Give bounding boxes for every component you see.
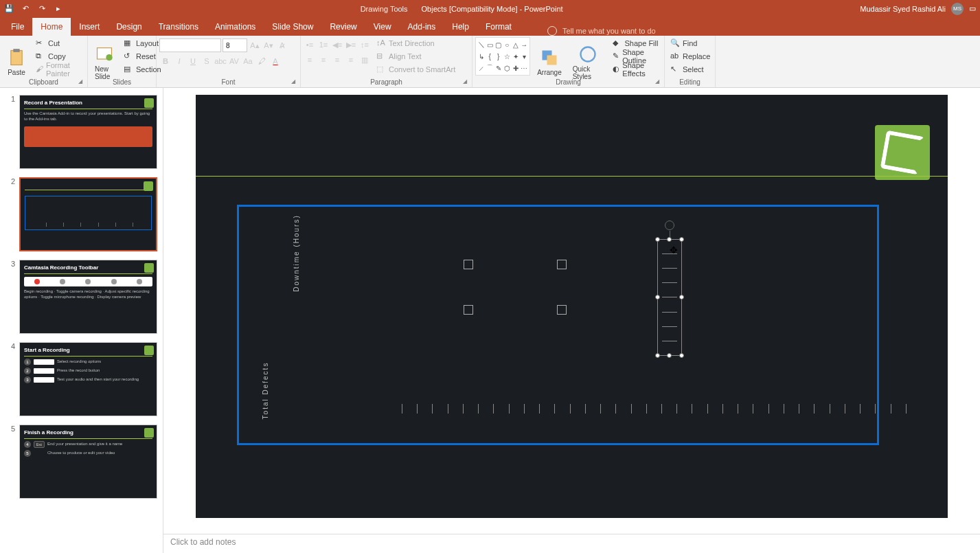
char-spacing-icon[interactable]: AV bbox=[228, 55, 240, 67]
shape-line-icon[interactable]: ＼ bbox=[477, 39, 486, 50]
tab-insert[interactable]: Insert bbox=[71, 18, 108, 36]
increase-indent-icon[interactable]: ▶≡ bbox=[345, 38, 357, 51]
select-button[interactable]: ↖Select bbox=[668, 63, 713, 76]
slide-thumbnail-4[interactable]: Start a Recording 1Select recording opti… bbox=[19, 342, 157, 416]
cut-button[interactable]: ✂Cut bbox=[33, 37, 84, 49]
shape-rect-icon[interactable]: ▭ bbox=[486, 39, 494, 50]
find-label: Find bbox=[683, 39, 697, 47]
shape-expand-icon[interactable]: ⋯ bbox=[521, 63, 529, 74]
shape-hexagon-icon[interactable]: ⬡ bbox=[503, 63, 512, 74]
reset-label: Reset bbox=[136, 52, 156, 60]
drawing-launcher-icon[interactable]: ◢ bbox=[655, 78, 662, 85]
selected-shape[interactable] bbox=[657, 239, 682, 356]
x-axis-ticks bbox=[402, 404, 907, 418]
resize-handle[interactable] bbox=[679, 295, 684, 300]
tab-help[interactable]: Help bbox=[444, 18, 477, 36]
shape-plus-icon[interactable]: ✚ bbox=[512, 63, 520, 74]
font-size-combo[interactable] bbox=[223, 38, 247, 52]
save-icon[interactable]: 💾 bbox=[4, 4, 14, 14]
shape-star-icon[interactable]: ☆ bbox=[503, 51, 512, 62]
font-name-combo[interactable] bbox=[159, 38, 221, 52]
shape-connector-icon[interactable]: ↳ bbox=[477, 51, 486, 62]
format-painter-button[interactable]: 🖌Format Painter bbox=[33, 63, 84, 76]
user-avatar[interactable]: MS bbox=[951, 3, 964, 15]
resize-handle[interactable] bbox=[667, 237, 672, 242]
highlight-icon[interactable]: 🖍 bbox=[255, 55, 268, 67]
resize-handle[interactable] bbox=[655, 237, 660, 242]
numbering-icon[interactable]: 1≡ bbox=[317, 38, 330, 51]
shape-brace-icon[interactable]: { bbox=[486, 51, 494, 62]
ribbon-display-options-icon[interactable]: ▭ bbox=[969, 4, 976, 13]
tab-view[interactable]: View bbox=[365, 18, 400, 36]
shape-rounded-rect-icon[interactable]: ▢ bbox=[494, 39, 503, 50]
tab-slideshow[interactable]: Slide Show bbox=[264, 18, 321, 36]
underline-icon[interactable]: U bbox=[187, 55, 199, 67]
clear-formatting-icon[interactable]: A̷ bbox=[276, 39, 288, 52]
paragraph-launcher-icon[interactable]: ◢ bbox=[463, 78, 470, 85]
thumb-title: Finish a Recording bbox=[24, 429, 152, 436]
text-direction-button[interactable]: ↕AText Direction bbox=[374, 37, 458, 49]
clipboard-launcher-icon[interactable]: ◢ bbox=[78, 78, 85, 85]
shape-arrow-icon[interactable]: → bbox=[521, 39, 529, 50]
tab-design[interactable]: Design bbox=[108, 18, 150, 36]
resize-handle[interactable] bbox=[679, 237, 684, 242]
redo-icon[interactable]: ↷ bbox=[37, 4, 47, 14]
start-from-beginning-icon[interactable]: ▸ bbox=[54, 4, 63, 14]
italic-icon[interactable]: I bbox=[173, 55, 185, 67]
resize-handle[interactable] bbox=[655, 295, 660, 300]
slide-thumbnail-panel[interactable]: 1 Record a Presentation Use the Camtasia… bbox=[0, 88, 163, 553]
shape-callout-icon[interactable]: ✦ bbox=[512, 51, 520, 62]
slide-thumbnail-1[interactable]: Record a Presentation Use the Camtasia A… bbox=[19, 95, 157, 169]
shrink-font-icon[interactable]: A▾ bbox=[262, 39, 275, 52]
tab-review[interactable]: Review bbox=[321, 18, 365, 36]
columns-icon[interactable]: ▥ bbox=[358, 54, 371, 66]
change-case-icon[interactable]: Aa bbox=[242, 55, 254, 67]
shape-arc-icon[interactable]: ⌒ bbox=[486, 63, 494, 74]
shape-more-icon[interactable]: ▾ bbox=[521, 51, 529, 62]
convert-smartart-button[interactable]: ⬚Convert to SmartArt bbox=[374, 63, 458, 76]
tab-animations[interactable]: Animations bbox=[207, 18, 264, 36]
align-text-button[interactable]: ⊟Align Text bbox=[374, 50, 458, 63]
find-button[interactable]: 🔍Find bbox=[668, 37, 713, 49]
align-text-label: Align Text bbox=[389, 52, 422, 60]
grow-font-icon[interactable]: A▴ bbox=[249, 39, 261, 52]
slide-thumbnail-5[interactable]: Finish a Recording 4EscEnd your presenta… bbox=[19, 425, 157, 499]
shape-triangle-icon[interactable]: △ bbox=[512, 39, 520, 50]
shapes-gallery[interactable]: ＼▭▢○△→ ↳{}☆✦▾ ⟋⌒✎⬡✚⋯ bbox=[475, 37, 530, 76]
shape-curve-icon[interactable]: ⟋ bbox=[477, 63, 486, 74]
bullets-icon[interactable]: •≡ bbox=[304, 38, 316, 51]
decrease-indent-icon[interactable]: ◀≡ bbox=[331, 38, 343, 51]
font-launcher-icon[interactable]: ◢ bbox=[291, 78, 298, 85]
tab-addins[interactable]: Add-ins bbox=[400, 18, 444, 36]
tab-format[interactable]: Format bbox=[477, 18, 520, 36]
bold-icon[interactable]: B bbox=[159, 55, 172, 67]
shape-freeform-icon[interactable]: ✎ bbox=[494, 63, 503, 74]
strikethrough-icon[interactable]: abc bbox=[214, 55, 227, 67]
slide-canvas[interactable]: Downtime (Hours) Total Defects bbox=[196, 95, 948, 518]
tab-transitions[interactable]: Transitions bbox=[150, 18, 207, 36]
replace-button[interactable]: abReplace bbox=[668, 50, 713, 63]
resize-handle[interactable] bbox=[655, 353, 660, 358]
justify-icon[interactable]: ≡ bbox=[345, 54, 357, 66]
tell-me-search[interactable]: Tell me what you want to do bbox=[547, 26, 656, 36]
shadow-icon[interactable]: S bbox=[201, 55, 213, 67]
slide-thumbnail-2[interactable] bbox=[19, 177, 157, 251]
slide-thumbnail-3[interactable]: Camtasia Recording Toolbar Begin recordi… bbox=[19, 260, 157, 334]
user-name[interactable]: Mudassir Syed Rashid Ali bbox=[860, 5, 946, 13]
section-icon: ▤ bbox=[124, 65, 133, 74]
shape-circle-icon[interactable]: ○ bbox=[503, 39, 512, 50]
shape-effects-button[interactable]: ◐Shape Effects bbox=[610, 63, 661, 76]
tab-file[interactable]: File bbox=[3, 18, 32, 36]
tab-home[interactable]: Home bbox=[32, 18, 71, 36]
rotate-handle-icon[interactable] bbox=[665, 221, 674, 230]
align-right-icon[interactable]: ≡ bbox=[331, 54, 343, 66]
notes-pane[interactable]: Click to add notes bbox=[163, 534, 980, 553]
align-left-icon[interactable]: ≡ bbox=[304, 54, 316, 66]
undo-icon[interactable]: ↶ bbox=[21, 4, 30, 14]
resize-handle[interactable] bbox=[667, 353, 672, 358]
font-color-icon[interactable]: A bbox=[269, 55, 282, 67]
align-center-icon[interactable]: ≡ bbox=[317, 54, 330, 66]
resize-handle[interactable] bbox=[679, 353, 684, 358]
shape-brace2-icon[interactable]: } bbox=[494, 51, 503, 62]
line-spacing-icon[interactable]: ↕≡ bbox=[358, 38, 371, 51]
